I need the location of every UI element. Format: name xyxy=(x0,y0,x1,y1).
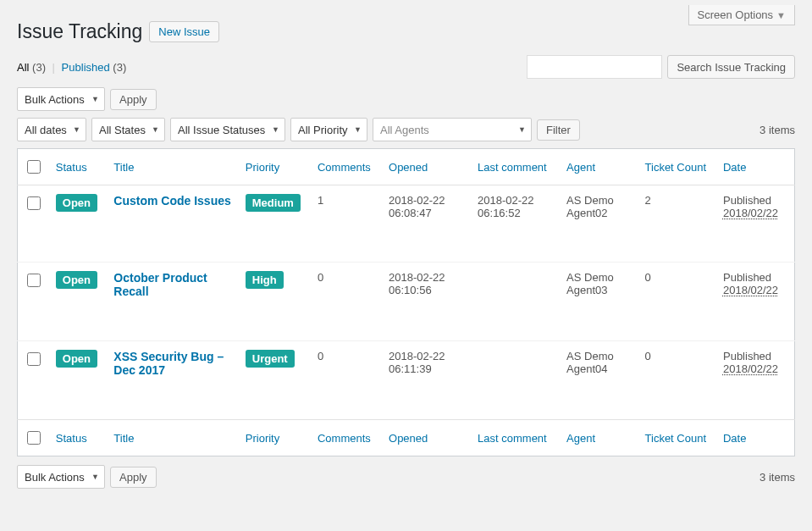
new-issue-button[interactable]: New Issue xyxy=(149,21,219,42)
table-row: OpenOctober Product RecallHigh02018-02-2… xyxy=(18,263,795,341)
agent-cell: AS Demo Agent04 xyxy=(560,341,638,420)
col-comments-foot[interactable]: Comments xyxy=(318,432,371,445)
agent-cell: AS Demo Agent03 xyxy=(560,263,638,341)
col-priority[interactable]: Priority xyxy=(246,161,279,174)
col-last-comment-foot[interactable]: Last comment xyxy=(478,432,547,445)
comments-cell: 0 xyxy=(311,341,382,420)
comments-cell: 1 xyxy=(311,185,382,263)
col-ticket-count-foot[interactable]: Ticket Count xyxy=(645,432,707,445)
opened-cell: 2018-02-22 06:08:47 xyxy=(382,185,471,263)
col-title[interactable]: Title xyxy=(113,161,134,174)
issue-title-link[interactable]: Custom Code Issues xyxy=(113,194,230,207)
opened-cell: 2018-02-22 06:11:39 xyxy=(382,341,471,420)
opened-cell: 2018-02-22 06:10:56 xyxy=(382,263,471,341)
date-cell: Published2018/02/22 xyxy=(716,341,795,420)
status-badge: Open xyxy=(56,350,97,368)
bulk-actions-select-top[interactable]: Bulk Actions xyxy=(17,87,105,111)
screen-options-label: Screen Options xyxy=(698,8,774,21)
items-count-bottom: 3 items xyxy=(760,471,795,484)
view-all-count: (3) xyxy=(32,61,46,74)
col-priority-foot[interactable]: Priority xyxy=(246,432,279,445)
filter-statuses-select[interactable]: All Issue Statuses xyxy=(170,118,285,141)
col-date[interactable]: Date xyxy=(723,161,746,174)
date-value: 2018/02/22 xyxy=(723,362,778,375)
issue-title-link[interactable]: October Product Recall xyxy=(113,271,207,298)
search-button[interactable]: Search Issue Tracking xyxy=(667,55,795,79)
view-filters: All (3) | Published (3) xyxy=(17,61,126,74)
last-comment-cell xyxy=(471,341,560,420)
row-checkbox[interactable] xyxy=(27,352,41,366)
view-published-link[interactable]: Published (3) xyxy=(62,61,127,74)
apply-button-top[interactable]: Apply xyxy=(110,89,157,110)
apply-button-bottom[interactable]: Apply xyxy=(110,467,157,488)
ticket-count-cell: 0 xyxy=(638,263,716,341)
ticket-count-cell: 0 xyxy=(638,341,716,420)
col-status[interactable]: Status xyxy=(56,161,87,174)
view-published-count: (3) xyxy=(113,61,126,74)
date-state: Published xyxy=(723,350,787,362)
last-comment-cell xyxy=(471,263,560,341)
date-cell: Published2018/02/22 xyxy=(716,185,795,263)
status-badge: Open xyxy=(56,194,97,212)
priority-badge: Medium xyxy=(246,194,301,212)
priority-badge: Urgent xyxy=(246,350,295,368)
row-checkbox[interactable] xyxy=(27,274,41,287)
bulk-actions-select-bottom[interactable]: Bulk Actions xyxy=(17,465,105,489)
issues-table: Status Title Priority Comments Opened La… xyxy=(17,148,795,456)
col-last-comment[interactable]: Last comment xyxy=(478,161,547,174)
col-ticket-count[interactable]: Ticket Count xyxy=(645,161,707,174)
separator: | xyxy=(52,61,55,74)
search-input[interactable] xyxy=(527,55,662,79)
ticket-count-cell: 2 xyxy=(638,185,716,263)
view-all-label: All xyxy=(17,61,29,74)
col-agent[interactable]: Agent xyxy=(566,161,595,174)
view-published-label: Published xyxy=(62,61,110,74)
screen-options-toggle[interactable]: Screen Options ▼ xyxy=(688,5,796,25)
filter-agents-select[interactable]: All Agents xyxy=(373,118,532,141)
filter-dates-select[interactable]: All dates xyxy=(17,118,86,141)
chevron-down-icon: ▼ xyxy=(776,10,786,20)
items-count-top: 3 items xyxy=(760,124,795,136)
filter-button[interactable]: Filter xyxy=(537,119,580,141)
date-value: 2018/02/22 xyxy=(723,207,778,219)
comments-cell: 0 xyxy=(311,263,382,341)
row-checkbox[interactable] xyxy=(27,196,41,210)
filter-priority-select[interactable]: All Priority xyxy=(290,118,367,141)
date-state: Published xyxy=(723,194,787,207)
col-title-foot[interactable]: Title xyxy=(113,432,134,445)
agent-cell: AS Demo Agent02 xyxy=(560,185,638,263)
col-agent-foot[interactable]: Agent xyxy=(566,432,595,445)
table-row: OpenXSS Security Bug – Dec 2017Urgent020… xyxy=(18,341,795,420)
last-comment-cell: 2018-02-22 06:16:52 xyxy=(471,185,560,263)
col-date-foot[interactable]: Date xyxy=(723,432,746,445)
date-value: 2018/02/22 xyxy=(723,284,778,296)
priority-badge: High xyxy=(246,271,284,289)
status-badge: Open xyxy=(56,271,97,289)
page-title: Issue Tracking xyxy=(17,20,142,43)
col-opened[interactable]: Opened xyxy=(389,161,428,174)
date-cell: Published2018/02/22 xyxy=(716,263,795,341)
select-all-bottom[interactable] xyxy=(27,431,41,445)
issue-title-link[interactable]: XSS Security Bug – Dec 2017 xyxy=(113,350,224,377)
col-status-foot[interactable]: Status xyxy=(56,432,87,445)
col-comments[interactable]: Comments xyxy=(318,161,371,174)
date-state: Published xyxy=(723,271,787,284)
table-row: OpenCustom Code IssuesMedium12018-02-22 … xyxy=(18,185,795,263)
col-opened-foot[interactable]: Opened xyxy=(389,432,428,445)
filter-states-select[interactable]: All States xyxy=(91,118,165,141)
select-all-top[interactable] xyxy=(27,160,41,174)
